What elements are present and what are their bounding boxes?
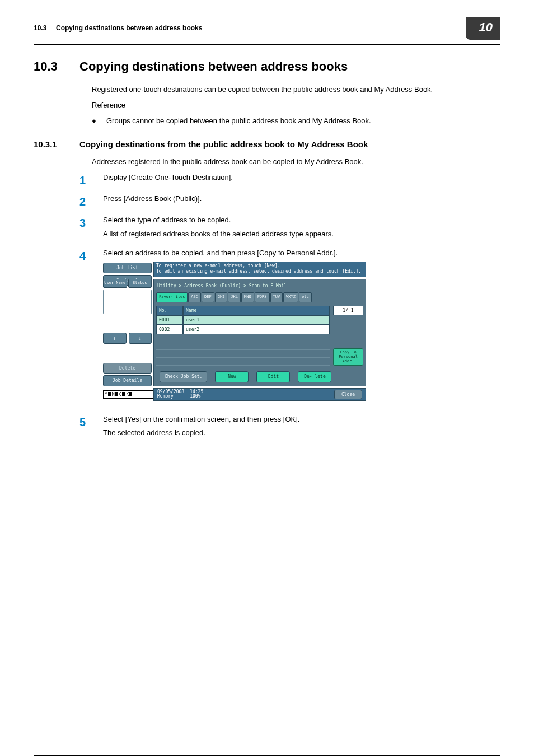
panel-msg-line2: To edit an existing e-mail address, sele… (156, 269, 363, 274)
tab-mno[interactable]: MNO (241, 292, 254, 302)
tab-def[interactable]: DEF (202, 292, 214, 302)
tab-abc[interactable]: ABC (188, 292, 201, 302)
panel-message: To register a new e-mail address, touch … (153, 262, 366, 277)
subsection-intro: Addresses registered in the public addre… (92, 157, 500, 167)
toner-y: Y (105, 391, 107, 398)
new-button[interactable]: New (215, 371, 249, 382)
step-number: 5 (79, 414, 103, 441)
check-job-set-button[interactable]: Check Job Set. (160, 371, 207, 382)
table-row[interactable]: 0001 user1 (156, 315, 330, 325)
header-section-ref: 10.3 (34, 24, 46, 32)
table-row[interactable]: 0002 user2 (156, 325, 330, 334)
edit-button[interactable]: Edit (256, 371, 290, 382)
bullet-icon: ● (92, 116, 106, 126)
status-tab[interactable]: Status (128, 279, 152, 288)
table-empty-row (156, 358, 330, 366)
toner-supply-bar: Y M C K (103, 390, 153, 399)
job-list-area (103, 290, 152, 314)
bullet-text: Groups cannot be copied between the publ… (106, 116, 371, 126)
subsection-number: 10.3.1 (34, 138, 79, 150)
step-text: Select [Yes] on the confirmation screen,… (103, 414, 500, 424)
table-empty-row (156, 342, 330, 350)
close-button[interactable]: Close (334, 390, 362, 399)
device-screenshot: Job List Bookmark To register a new e-ma… (103, 262, 366, 401)
tab-pqrs[interactable]: PQRS (255, 292, 270, 302)
breadcrumb: Utility > Address Book (Public) > Scan t… (157, 283, 363, 289)
job-details-button[interactable]: Job Details (103, 375, 152, 386)
panel-msg-line1: To register a new e-mail address, touch … (156, 263, 363, 269)
subsection-title: Copying destinations from the public add… (79, 138, 368, 150)
step-text: Press [Address Book (Public)]. (103, 194, 500, 204)
header-rule (34, 44, 500, 45)
section-number: 10.3 (34, 58, 79, 76)
cell-no: 0001 (156, 315, 183, 325)
step-text: Select the type of address to be copied. (103, 215, 500, 225)
tab-jkl[interactable]: JKL (228, 292, 241, 302)
toner-c: C (119, 391, 122, 398)
section-intro: Registered one-touch destinations can be… (92, 85, 500, 95)
job-list-button[interactable]: Job List (103, 263, 152, 273)
step-number: 3 (79, 215, 103, 242)
header-running-title: Copying destinations between address boo… (56, 24, 202, 32)
cell-name: user2 (183, 325, 330, 334)
toner-k: K (126, 391, 129, 398)
table-empty-row (156, 350, 330, 358)
step-number: 4 (79, 248, 103, 409)
tab-etc[interactable]: etc (299, 292, 312, 302)
toner-m: M (112, 391, 115, 398)
chapter-badge: 10 (466, 17, 500, 40)
tab-ghi[interactable]: GHI (215, 292, 228, 302)
cell-no: 0002 (156, 325, 183, 334)
reference-label: Reference (92, 100, 500, 110)
scroll-up-button[interactable]: ↑ (103, 333, 127, 344)
address-list-table: No. Name 0001 user1 0002 user2 (156, 306, 330, 366)
page-indicator: 1/ 1 (333, 306, 363, 315)
footer-memory-label: Memory (157, 394, 184, 399)
copy-to-personal-button[interactable]: Copy To Personal Addr. (333, 348, 363, 366)
section-title: Copying destinations between address boo… (79, 58, 348, 76)
footer-memory: 100% (190, 394, 203, 399)
step-text: Display [Create One-Touch Destination]. (103, 172, 500, 183)
running-header: 10.3 Copying destinations between addres… (34, 24, 202, 33)
step-subtext: The selected address is copied. (103, 428, 500, 438)
col-no: No. (156, 306, 183, 315)
username-tab[interactable]: User Name (103, 279, 127, 288)
col-name: Name (183, 306, 330, 315)
cell-name: user1 (183, 315, 330, 325)
step-subtext: A list of registered address books of th… (103, 229, 500, 239)
step-text: Select an address to be copied, and then… (103, 248, 500, 258)
tab-favorites[interactable]: Favor- ites (156, 292, 188, 302)
step-number: 2 (79, 194, 103, 209)
delete-button[interactable]: Delete (103, 363, 152, 374)
step-number: 1 (79, 172, 103, 188)
tab-wxyz[interactable]: WXYZ (283, 292, 298, 302)
scroll-down-button[interactable]: ↓ (129, 333, 152, 344)
filter-tabs: Favor- ites ABC DEF GHI JKL MNO PQRS TUV… (156, 292, 363, 302)
tab-tuv[interactable]: TUV (270, 292, 283, 302)
delete-entry-button[interactable]: De- lete (298, 371, 331, 382)
table-empty-row (156, 334, 330, 342)
